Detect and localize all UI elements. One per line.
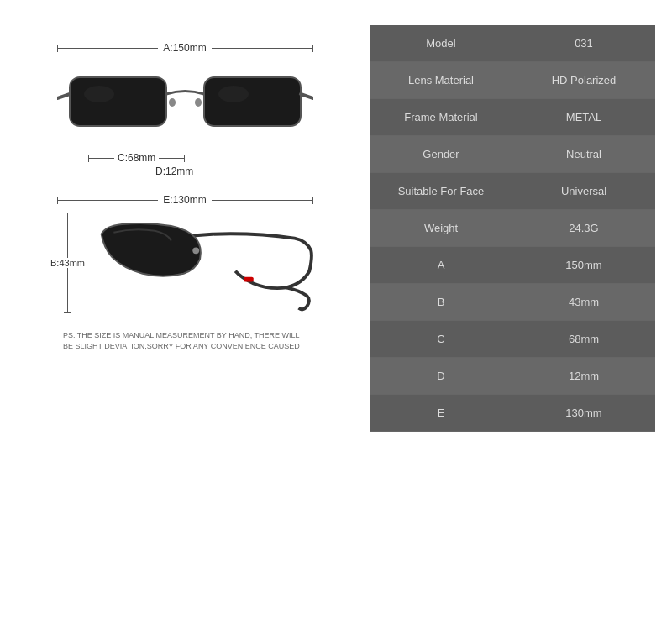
spec-label: C (370, 321, 512, 358)
spec-value: 24.3G (512, 210, 655, 247)
main-container: A:150mm (0, 0, 672, 625)
spec-label: Frame Material (370, 99, 512, 136)
spec-row: Frame MaterialMETAL (370, 99, 655, 136)
spec-label: E (370, 395, 512, 432)
spec-row: B43mm (370, 284, 655, 321)
spec-value: Universal (512, 173, 655, 210)
spec-row: GenderNeutral (370, 136, 655, 173)
spec-value: METAL (512, 99, 655, 136)
spec-label: Suitable For Face (370, 173, 512, 210)
spec-table: Model031Lens MaterialHD PolarizedFrame M… (370, 25, 655, 432)
spec-label: Lens Material (370, 62, 512, 99)
spec-row: Lens MaterialHD Polarized (370, 62, 655, 99)
dim-e-label: E:130mm (163, 194, 206, 206)
svg-point-5 (218, 86, 249, 102)
dim-c-label: C:68mm (118, 152, 155, 164)
svg-rect-8 (244, 277, 254, 282)
svg-line-2 (57, 94, 70, 98)
svg-rect-0 (70, 77, 166, 126)
svg-rect-1 (204, 77, 301, 126)
glasses-front-view (57, 56, 313, 149)
spec-value: 031 (512, 25, 655, 62)
spec-label: B (370, 284, 512, 321)
side-view-section: E:130mm B:43mm (17, 194, 353, 318)
spec-label: Gender (370, 136, 512, 173)
spec-value: 12mm (512, 358, 655, 395)
spec-row: Weight24.3G (370, 210, 655, 247)
dim-d-label: D:12mm (155, 165, 193, 177)
spec-row: A150mm (370, 247, 655, 284)
spec-row: E130mm (370, 395, 655, 432)
front-view-section: A:150mm (17, 42, 353, 177)
svg-point-4 (84, 86, 114, 102)
spec-label: Model (370, 25, 512, 62)
spec-value: Neutral (512, 136, 655, 173)
spec-value: 150mm (512, 247, 655, 284)
spec-value: HD Polarized (512, 62, 655, 99)
diagram-panel: A:150mm (17, 17, 353, 608)
svg-point-9 (192, 247, 199, 254)
spec-label: Weight (370, 210, 512, 247)
spec-row: Suitable For FaceUniversal (370, 173, 655, 210)
spec-value: 68mm (512, 321, 655, 358)
glasses-side-view (89, 208, 319, 318)
svg-line-3 (301, 94, 313, 98)
dim-b-label: B:43mm (50, 258, 85, 268)
spec-row: Model031 (370, 25, 655, 62)
spec-row: D12mm (370, 358, 655, 395)
spec-label: D (370, 358, 512, 395)
spec-row: C68mm (370, 321, 655, 358)
svg-point-6 (169, 98, 176, 107)
spec-value: 130mm (512, 395, 655, 432)
dim-a-label: A:150mm (163, 42, 206, 54)
specs-panel: Model031Lens MaterialHD PolarizedFrame M… (370, 17, 655, 608)
ps-note: PS: THE SIZE IS MANUAL MEASUREMENT BY HA… (63, 330, 307, 351)
spec-value: 43mm (512, 284, 655, 321)
spec-label: A (370, 247, 512, 284)
svg-point-7 (195, 98, 202, 107)
